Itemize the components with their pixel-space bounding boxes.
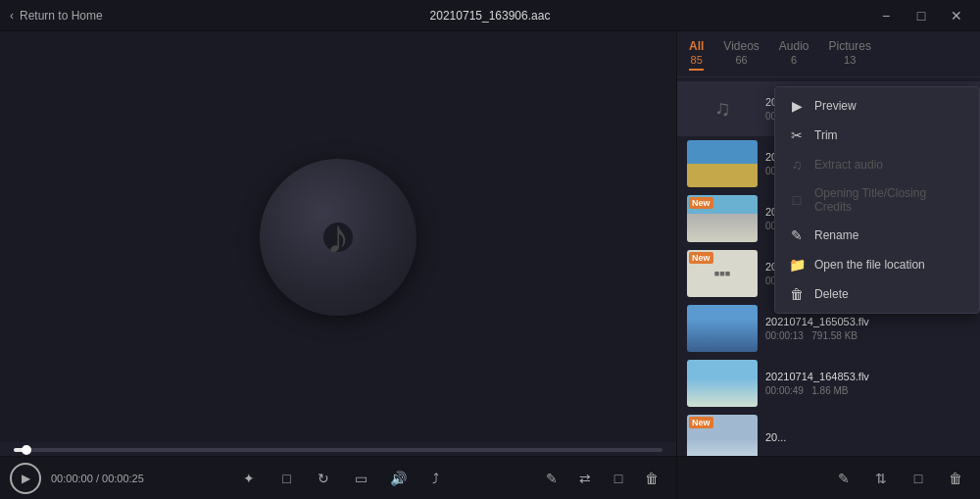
delete-icon: 🗑 (789, 286, 805, 302)
progress-thumb[interactable] (22, 445, 31, 455)
tab-videos-count: 66 (735, 54, 747, 66)
new-badge: New (689, 197, 713, 209)
context-delete[interactable]: 🗑 Delete (775, 279, 979, 309)
total-time: 00:00:25 (102, 473, 144, 484)
video-canvas: ♪ (0, 31, 676, 442)
file-info: 20210714_164853.flv 00:00:49 1.86 MB (765, 371, 970, 396)
close-button[interactable]: ✕ (943, 5, 970, 26)
tab-videos[interactable]: Videos 66 (723, 39, 759, 76)
file-name: 20210714_164853.flv (765, 371, 970, 382)
minimize-button[interactable]: − (872, 5, 900, 26)
context-rename[interactable]: ✎ Rename (775, 221, 979, 250)
tab-pictures-count: 13 (844, 54, 856, 66)
file-info: 20210714_165053.flv 00:00:13 791.58 KB (765, 316, 970, 341)
list-item[interactable]: 20210714_164853.flv 00:00:49 1.86 MB (677, 356, 980, 411)
context-open-location[interactable]: 📁 Open the file location (775, 250, 979, 279)
export-button[interactable]: □ (604, 464, 633, 493)
right-controls: ✎ ⇄ □ 🗑 (537, 464, 666, 493)
context-preview[interactable]: ▶ Preview (775, 91, 979, 121)
open-location-icon: 📁 (789, 257, 805, 273)
progress-bar[interactable] (14, 448, 662, 452)
tab-all-count: 85 (691, 54, 703, 66)
time-display: 00:00:00 / 00:00:25 (51, 473, 144, 484)
tab-videos-label: Videos (723, 39, 759, 53)
tab-all[interactable]: All 85 (689, 39, 704, 76)
context-trim-label: Trim (814, 128, 838, 142)
new-badge: New (689, 417, 713, 428)
context-rename-label: Rename (814, 228, 858, 242)
disc-artwork: ♪ (260, 159, 416, 316)
audio-thumb-icon: ♫ (687, 85, 758, 132)
progress-area (0, 442, 676, 456)
sidebar-toolbar: ✎ ⇅ □ 🗑 (677, 456, 980, 499)
thumbnail: New (687, 195, 758, 242)
thumbnail (687, 360, 758, 407)
camera-button[interactable]: ▭ (346, 464, 375, 493)
context-open-location-label: Open the file location (814, 258, 925, 272)
tab-all-label: All (689, 39, 704, 53)
delete-bottom-button[interactable]: 🗑 (637, 464, 666, 493)
back-arrow-icon: ‹ (10, 9, 14, 23)
sidebar-folder-button[interactable]: □ (904, 464, 933, 493)
context-trim[interactable]: ✂ Trim (775, 121, 979, 150)
context-extract-audio: ♫ Extract audio (775, 150, 979, 179)
play-button[interactable]: ▶ (10, 463, 41, 494)
list-item[interactable]: New 20... (677, 411, 980, 456)
extract-audio-icon: ♫ (789, 157, 805, 173)
thumbnail: ♫ (687, 85, 758, 132)
current-time: 00:00:00 (51, 473, 93, 484)
thumbnail (687, 305, 758, 352)
snapshot-button[interactable]: □ (271, 464, 301, 493)
tab-pictures-label: Pictures (829, 39, 871, 53)
file-name: 20210714_165053.flv (765, 316, 970, 327)
preview-icon: ▶ (789, 98, 805, 114)
tab-audio-count: 6 (791, 54, 797, 66)
window-title: 20210715_163906.aac (430, 9, 551, 23)
thumbnail: New ■■■ (687, 250, 758, 297)
sidebar-sort-button[interactable]: ⇅ (866, 464, 896, 493)
rename-icon: ✎ (789, 227, 805, 243)
opening-title-icon: □ (789, 192, 805, 208)
context-opening-title-label: Opening Title/Closing Credits (814, 186, 965, 214)
trim-icon: ✂ (789, 127, 805, 143)
maximize-button[interactable]: □ (907, 5, 935, 26)
tab-pictures[interactable]: Pictures 13 (829, 39, 871, 76)
thumbnail (687, 140, 758, 187)
context-menu: ▶ Preview ✂ Trim ♫ Extract audio □ Openi… (774, 86, 980, 314)
speed-button[interactable]: ⇄ (570, 464, 600, 493)
tab-audio-label: Audio (779, 39, 809, 53)
context-preview-label: Preview (814, 99, 857, 113)
music-icon: ♪ (326, 210, 350, 264)
tab-audio[interactable]: Audio 6 (779, 39, 809, 76)
context-opening-title: □ Opening Title/Closing Credits (775, 179, 979, 221)
volume-button[interactable]: 🔊 (383, 464, 413, 493)
sidebar-delete-button[interactable]: 🗑 (941, 464, 970, 493)
advanced-button[interactable]: ✦ (234, 464, 264, 493)
sidebar-edit-button[interactable]: ✎ (829, 464, 858, 493)
replay-button[interactable]: ↻ (309, 464, 338, 493)
titlebar: ‹ Return to Home 20210715_163906.aac − □… (0, 0, 980, 31)
thumbnail: New (687, 415, 758, 456)
new-badge: New (689, 252, 713, 264)
center-controls: ✦ □ ↻ ▭ 🔊 ⤴ (154, 464, 531, 493)
file-name: 20... (765, 431, 970, 443)
fullscreen-button[interactable]: ⤴ (420, 464, 450, 493)
tabs: All 85 Videos 66 Audio 6 Pictures 13 (677, 31, 980, 77)
context-delete-label: Delete (814, 287, 849, 301)
file-meta: 00:00:49 1.86 MB (765, 385, 970, 396)
window-controls: − □ ✕ (872, 5, 970, 26)
edit-button[interactable]: ✎ (537, 464, 566, 493)
back-button[interactable]: ‹ Return to Home (10, 9, 103, 23)
player-area: ♪ ▶ 00:00:00 / 00:00:25 ✦ □ ↻ ▭ 🔊 ⤴ (0, 31, 676, 499)
file-meta: 00:00:13 791.58 KB (765, 330, 970, 341)
context-extract-audio-label: Extract audio (814, 158, 883, 172)
controls-bar: ▶ 00:00:00 / 00:00:25 ✦ □ ↻ ▭ 🔊 ⤴ ✎ ⇄ □ … (0, 456, 676, 499)
back-label: Return to Home (20, 9, 103, 23)
file-info: 20... (765, 431, 970, 446)
